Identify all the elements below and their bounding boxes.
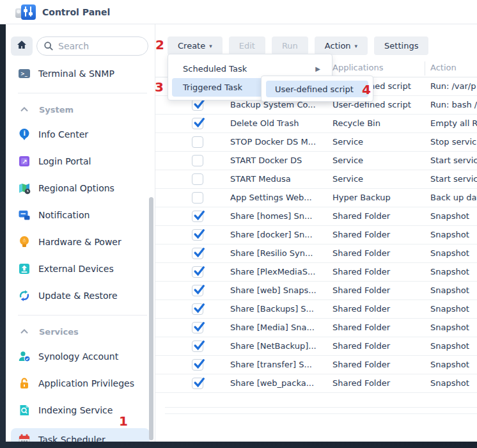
sidebar-section-services[interactable]: Services [18,324,150,339]
sidebar-item-info-center[interactable]: iInfo Center [11,125,150,143]
task-application: Shared Folder [332,304,428,314]
sidebar-item-indexing-service[interactable]: Indexing Service [11,401,150,419]
caret-down-icon: ▾ [355,43,358,49]
task-table-body: User-defined scriptRun: /var/pBackup Sys… [155,77,477,393]
task-action: Snapshot [430,211,477,221]
task-name: Share [homes] Sn... [230,211,331,221]
checkbox-unchecked[interactable] [192,155,203,166]
annotation-step-3: 3 [155,79,164,95]
checkbox-unchecked[interactable] [192,192,203,204]
info-center-icon: i [18,128,31,141]
toolbar: Create▾EditRunAction▾Settings [155,24,477,55]
task-name: Share [Backups] S... [230,304,331,314]
checkbox-checked[interactable] [192,229,203,241]
sidebar-item-label: Update & Restore [38,291,118,301]
window-titlebar: Control Panel [0,0,477,24]
table-row[interactable]: Share [PlexMediaS...Shared FolderSnapsho… [155,263,477,282]
menu-item-user-defined-script[interactable]: User-defined script [266,81,368,97]
divider [165,407,477,408]
task-action: Snapshot [430,267,477,276]
table-row[interactable]: START MedusaServiceStart servic [155,170,477,189]
action-button[interactable]: Action▾ [315,36,368,55]
table-row[interactable]: Share [Resilio Syn...Shared FolderSnapsh… [155,244,477,263]
sidebar-item-login-portal[interactable]: ↗Login Portal [11,152,150,170]
checkbox-checked[interactable] [192,303,203,315]
sidebar-item-synology-account[interactable]: Synology Account [11,348,150,365]
checkbox-checked[interactable] [192,266,203,278]
checkbox-checked[interactable] [192,248,203,259]
task-application: Shared Folder [332,285,428,295]
task-action: Snapshot [430,360,477,369]
menu-item-label: Triggered Task [183,83,242,92]
checkbox-checked[interactable] [192,99,203,111]
table-row[interactable]: Share [transfer] S...Shared FolderSnapsh… [155,356,477,374]
home-button[interactable] [11,36,33,56]
column-header-applications[interactable]: Applications [332,63,383,72]
button-label: Create [178,41,205,51]
search-box[interactable] [36,36,148,56]
checkbox-checked[interactable] [192,322,203,333]
task-action: Back up dat [430,193,477,202]
table-row[interactable]: App Settings Web...Hyper BackupBack up d… [155,189,477,207]
login-portal-icon: ↗ [18,155,31,168]
task-action: Snapshot [430,285,477,295]
task-name: START Medusa [230,174,331,184]
sidebar-item-label: Indexing Service [38,405,113,415]
table-row[interactable]: Share [docker] Sn...Shared FolderSnapsho… [155,226,477,244]
task-action: Run: /var/p [430,81,477,91]
sidebar-item-task-scheduler[interactable]: Task Scheduler [11,428,150,442]
checkbox-unchecked[interactable] [192,136,203,148]
sidebar-item-label: Task Scheduler [38,435,106,442]
settings-button[interactable]: Settings [374,36,428,55]
sidebar-item-terminal-snmp[interactable]: >_Terminal & SNMP [11,65,150,83]
column-header-action[interactable]: Action [430,63,457,72]
checkbox-checked[interactable] [192,340,203,352]
external-devices-icon [18,262,31,275]
sidebar-item-label: Hardware & Power [38,237,121,247]
checkbox-checked[interactable] [192,211,203,222]
table-row[interactable]: Delete Old TrashRecycle BinEmpty all R [155,115,477,133]
table-row[interactable]: START Docker DSServiceStart servic [155,152,477,170]
sidebar-items: >_Terminal & SNMPSystemiInfo Center↗Logi… [6,65,155,442]
application-privileges-icon [18,377,31,390]
checkbox-unchecked[interactable] [192,173,203,185]
checkbox-checked[interactable] [192,359,203,371]
table-row[interactable]: STOP Docker DS M...ServiceStop servic [155,133,477,152]
sidebar-item-hardware-power[interactable]: Hardware & Power [11,233,150,251]
notification-icon [18,209,31,221]
checkbox-checked[interactable] [192,285,203,296]
checkbox-checked[interactable] [192,378,203,389]
control-panel-icon [15,4,36,20]
table-row[interactable]: Share [web] Snaps...Shared FolderSnapsho… [155,282,477,300]
chevron-up-icon [18,325,31,338]
sidebar-scrollbar[interactable] [149,197,153,440]
task-application: Service [332,174,428,184]
checkbox-checked[interactable] [192,118,203,129]
table-row[interactable]: Share [homes] Sn...Shared FolderSnapshot [155,207,477,226]
update-restore-icon [18,289,31,302]
window-title: Control Panel [42,7,110,17]
task-scheduler-icon [18,433,31,442]
sidebar-item-application-privileges[interactable]: Application Privileges [11,374,150,392]
table-row[interactable]: Share [NetBackup]...Shared FolderSnapsho… [155,337,477,356]
indexing-service-icon [18,404,31,417]
table-row[interactable]: Share [web_packa...Shared FolderSnapshot [155,374,477,393]
sidebar-item-regional-options[interactable]: Regional Options [11,179,150,197]
sidebar-section-system[interactable]: System [18,102,150,116]
chevron-up-icon [18,103,31,116]
sidebar-section-label: System [39,105,74,115]
sidebar-item-update-restore[interactable]: Update & Restore [11,287,150,305]
menu-item-label: Scheduled Task [183,64,247,74]
create-button[interactable]: Create▾ [168,36,223,55]
table-row[interactable]: Share [Media] Sna...Shared FolderSnapsho… [155,319,477,337]
table-row[interactable]: Share [Backups] S...Shared FolderSnapsho… [155,300,477,319]
sidebar: >_Terminal & SNMPSystemiInfo Center↗Logi… [6,24,155,442]
sidebar-item-external-devices[interactable]: External Devices [11,260,150,278]
task-action: Snapshot [430,304,477,314]
sidebar-item-notification[interactable]: Notification [11,206,150,224]
task-name: Share [NetBackup]... [230,341,331,351]
search-input[interactable] [58,41,141,51]
task-name: Share [web] Snaps... [230,285,331,295]
task-name: Delete Old Trash [230,118,331,128]
task-application: Shared Folder [332,230,428,239]
